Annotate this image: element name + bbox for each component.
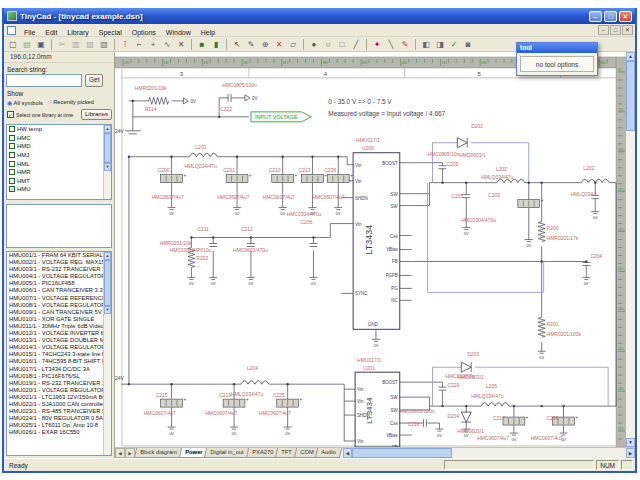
junction-icon[interactable]: + bbox=[147, 38, 160, 51]
color-icon[interactable]: ✎ bbox=[399, 38, 412, 51]
cut-icon[interactable]: ✂ bbox=[56, 38, 69, 51]
check-icon[interactable]: ✓ bbox=[448, 38, 461, 51]
schematic-canvas[interactable]: 1301802302803303804304805305806306807306… bbox=[115, 52, 626, 447]
scrollbar-thumb[interactable] bbox=[626, 61, 635, 131]
component-list-item[interactable]: HMU005/1 - PIC16LF458 bbox=[7, 280, 111, 287]
open-icon[interactable]: ▤ bbox=[21, 38, 34, 51]
no-connect-icon[interactable]: ✕ bbox=[175, 38, 188, 51]
close-button[interactable]: ✕ bbox=[619, 11, 632, 22]
component-list-item[interactable]: HMU018/1 - PIC16F676/SL bbox=[7, 373, 111, 380]
delete-icon[interactable]: ✕ bbox=[273, 38, 286, 51]
print-icon[interactable]: ▧ bbox=[98, 38, 111, 51]
library-list[interactable]: HW tempHMCHMDHMJHMLHMRHMT✓HMU ▲ ▼ bbox=[6, 124, 112, 200]
scroll-up-icon[interactable]: ▲ bbox=[104, 125, 111, 133]
radio-recently-picked[interactable]: ○ Recently picked bbox=[48, 99, 94, 106]
checkbox-icon[interactable] bbox=[9, 161, 15, 167]
scroll-up-icon[interactable]: ▲ bbox=[626, 52, 635, 61]
component-list-item[interactable]: HMU021/1 - LTC1963 12V/150mA BCK bbox=[7, 394, 111, 401]
scroll-down-icon[interactable]: ▼ bbox=[626, 438, 635, 447]
tab-nav-prev-icon[interactable]: ◀ bbox=[115, 448, 125, 458]
library-item-hw-temp[interactable]: HW temp bbox=[7, 125, 111, 134]
sheet-tab-audio[interactable]: Audio bbox=[315, 448, 342, 458]
block-icon[interactable]: ■ bbox=[196, 38, 209, 51]
menu-options[interactable]: Options bbox=[127, 29, 161, 36]
mdi-minimize-button[interactable]: ‒ bbox=[598, 25, 609, 35]
power-icon[interactable]: ▮ bbox=[210, 38, 223, 51]
component-list-item[interactable]: HMU011/1 - 30MHz Triple 6dB Video D bbox=[7, 323, 111, 330]
radio-all-symbols[interactable]: ◉ All symbols bbox=[7, 99, 43, 106]
component-list-item[interactable]: HMU024/1 - 80V REGULATOR 0.5A L bbox=[7, 415, 111, 422]
component-list-item[interactable]: HMU008/1 - VOLTAGE REGULATOR 0 bbox=[7, 302, 111, 309]
menu-window[interactable]: Window bbox=[161, 29, 196, 36]
menu-help[interactable]: Help bbox=[196, 29, 220, 36]
sheet-tab-pxa270[interactable]: PXA270 bbox=[246, 448, 279, 458]
library-item-hml[interactable]: HML bbox=[7, 159, 111, 168]
menu-library[interactable]: Library bbox=[62, 29, 93, 36]
single-library-checkbox[interactable]: ✓ bbox=[7, 111, 14, 118]
library-item-hmj[interactable]: HMJ bbox=[7, 151, 111, 160]
tool-options-popup[interactable]: tool no tool options bbox=[516, 42, 598, 76]
dot-icon[interactable]: ● bbox=[308, 38, 321, 51]
component-list-item[interactable]: HMU003/1 - RS-232 TRANCEIVER 3.3 bbox=[7, 266, 111, 273]
scroll-left-icon[interactable]: ◀ bbox=[343, 448, 352, 458]
component-list-item[interactable]: HMU020/1 - VOLTAGE REGULATOR 0 bbox=[7, 387, 111, 394]
probe-icon[interactable]: ╲ bbox=[385, 38, 398, 51]
menu-file[interactable]: File bbox=[19, 29, 40, 36]
component-list-item[interactable]: HMU006/1 - CAN TRANCEIVER 3.3V bbox=[7, 287, 111, 294]
scrollbar-thumb[interactable] bbox=[104, 260, 111, 306]
component-list-item[interactable]: HMU019/1 - RS-232 TRANCEIVER 3.3 bbox=[7, 380, 111, 387]
component-list-item[interactable]: HMU016/1 - 74HC595 8-BIT SHIFT RE bbox=[7, 358, 111, 365]
scroll-up-icon[interactable]: ▲ bbox=[104, 252, 111, 260]
scrollbar-thumb[interactable] bbox=[352, 448, 452, 458]
sheet-tab-digital-in_out[interactable]: Digital in_out bbox=[204, 448, 250, 458]
component-list-item[interactable]: HMU015/1 - 74CHC243 3-state line buffe bbox=[7, 351, 111, 358]
paste-icon[interactable]: ▨ bbox=[84, 38, 97, 51]
resize-grip[interactable] bbox=[621, 460, 633, 470]
annotate-icon[interactable]: ✦ bbox=[371, 38, 384, 51]
circle-icon[interactable]: ○ bbox=[322, 38, 335, 51]
component-list-item[interactable]: HMU009/1 - CAN TRANCEIVER 5V bbox=[7, 309, 111, 316]
zoom-in-icon[interactable]: ⊕ bbox=[259, 38, 272, 51]
popup-title[interactable]: tool bbox=[517, 43, 597, 53]
libraries-button[interactable]: Libraries bbox=[81, 109, 112, 120]
component-list-item[interactable]: HMU002/1 - VOLTAGE REG. MAX1565 bbox=[7, 259, 111, 266]
menu-special[interactable]: Special bbox=[94, 29, 127, 36]
sheet-tab-block-diagram[interactable]: Block diagram bbox=[134, 448, 183, 458]
copy-icon[interactable]: ▥ bbox=[70, 38, 83, 51]
component-list-item[interactable]: HMU007/1 - VOLTAGE REFERENCE 2 bbox=[7, 295, 111, 302]
component-list-item[interactable]: HMU026/1 - EXAR 16C550 bbox=[7, 429, 111, 436]
component-list-item[interactable]: HMU025/1 - LT6011 Op. Amp 10-8 bbox=[7, 422, 111, 429]
sheet-icon[interactable]: ▱ bbox=[287, 38, 300, 51]
edit-icon[interactable]: ✎ bbox=[245, 38, 258, 51]
mdi-restore-button[interactable]: □ bbox=[610, 25, 621, 35]
component-list-item[interactable]: HMU001/1 - FRAM 64 KBIT SERIAL (Fe bbox=[7, 252, 111, 259]
library-list-scrollbar[interactable]: ▲ ▼ bbox=[103, 125, 111, 199]
maximize-button[interactable]: □ bbox=[604, 11, 617, 22]
component-list[interactable]: HMU001/1 - FRAM 64 KBIT SERIAL (FeHMU002… bbox=[6, 251, 112, 456]
library-item-hmt[interactable]: HMT bbox=[7, 177, 111, 186]
save-icon[interactable]: ▣ bbox=[35, 38, 48, 51]
component-list-scrollbar[interactable]: ▲ ▼ bbox=[103, 252, 111, 455]
new-icon[interactable]: ▢ bbox=[7, 38, 20, 51]
scroll-down-icon[interactable]: ▼ bbox=[104, 306, 111, 314]
checkbox-icon[interactable] bbox=[9, 143, 15, 149]
wire-icon[interactable]: ⌐ bbox=[133, 38, 146, 51]
bus-icon[interactable]: ∿ bbox=[161, 38, 174, 51]
canvas-vertical-scrollbar[interactable]: ▲ ▼ bbox=[626, 52, 635, 447]
lib-next-icon[interactable]: ◨ bbox=[434, 38, 447, 51]
checkbox-icon[interactable] bbox=[9, 178, 15, 184]
scroll-right-icon[interactable]: ▶ bbox=[626, 448, 635, 458]
component-list-item[interactable]: HMU017/1 - LT3434 DC/DC 3A bbox=[7, 366, 111, 373]
component-list-item[interactable]: HMU010/1 - XOR GATE SINGLE bbox=[7, 316, 111, 323]
library-item-hmc[interactable]: HMC bbox=[7, 134, 111, 143]
component-list-item[interactable]: HMU014/1 - VOLTAGE REGULATOR N bbox=[7, 344, 111, 351]
search-input[interactable] bbox=[6, 74, 82, 87]
menu-edit[interactable]: Edit bbox=[40, 29, 62, 36]
component-list-item[interactable]: HMU023/1 - RS-485 TRANCEIVER 5V bbox=[7, 408, 111, 415]
checkbox-icon[interactable]: ✓ bbox=[9, 186, 15, 192]
component-list-item[interactable]: HMU022/1 - SJA1000 CAN controller bbox=[7, 401, 111, 408]
rect-icon[interactable]: □ bbox=[336, 38, 349, 51]
checkbox-icon[interactable] bbox=[9, 126, 15, 132]
symbol-icon[interactable]: ◙ bbox=[462, 38, 475, 51]
select-icon[interactable]: ↖ bbox=[231, 38, 244, 51]
